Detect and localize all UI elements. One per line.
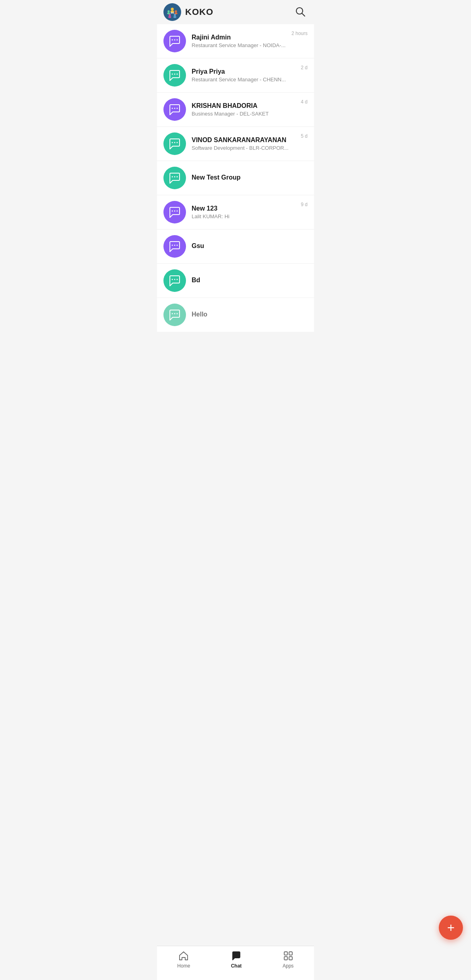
chat-avatar <box>163 167 186 189</box>
chat-info: Priya PriyaRestaurant Service Manager - … <box>192 68 297 83</box>
svg-point-30 <box>174 211 176 212</box>
chat-item[interactable]: VINOD SANKARANARAYANANSoftware Developme… <box>157 127 314 161</box>
app-logo: BN <box>163 3 181 21</box>
svg-point-8 <box>168 16 171 18</box>
chat-item[interactable]: Gsu <box>157 229 314 264</box>
chat-preview: Restaurant Service Manager - NOIDA-... <box>192 42 288 48</box>
svg-point-27 <box>174 176 176 178</box>
svg-line-13 <box>302 13 305 16</box>
chat-item[interactable]: Hello <box>157 298 314 332</box>
search-button[interactable] <box>293 4 308 20</box>
chat-time: 2 d <box>301 65 308 70</box>
chat-info: Bd <box>192 277 308 285</box>
svg-point-10 <box>174 16 176 18</box>
svg-point-22 <box>177 108 178 109</box>
svg-point-7 <box>169 14 171 16</box>
chat-name: Hello <box>192 311 308 318</box>
chat-name: Priya Priya <box>192 68 297 75</box>
chat-avatar <box>163 98 186 121</box>
svg-point-33 <box>174 245 176 246</box>
svg-point-17 <box>172 74 173 75</box>
svg-point-38 <box>172 313 173 314</box>
svg-point-37 <box>177 279 178 280</box>
chat-item[interactable]: Rajini AdminRestaurant Service Manager -… <box>157 24 314 58</box>
svg-point-21 <box>174 108 176 109</box>
chat-avatar <box>163 64 186 87</box>
svg-point-35 <box>172 279 173 280</box>
chat-item[interactable]: New Test Group <box>157 161 314 195</box>
chat-info: Rajini AdminRestaurant Service Manager -… <box>192 34 288 48</box>
svg-point-16 <box>177 39 178 41</box>
chat-item[interactable]: Bd <box>157 264 314 298</box>
chat-info: KRISHAN BHADORIABusiness Manager - DEL-S… <box>192 102 297 117</box>
chat-preview: Business Manager - DEL-SAKET <box>192 111 297 117</box>
svg-point-32 <box>172 245 173 246</box>
chat-avatar <box>163 269 186 292</box>
svg-point-1 <box>171 8 174 10</box>
svg-point-18 <box>174 74 176 75</box>
svg-point-26 <box>172 176 173 178</box>
chat-time: 5 d <box>301 133 308 139</box>
chat-name: VINOD SANKARANARAYANAN <box>192 136 297 144</box>
chat-item[interactable]: New 123Lalit KUMAR: Hi9 d <box>157 195 314 229</box>
svg-point-23 <box>172 142 173 143</box>
chat-name: Rajini Admin <box>192 34 288 41</box>
header-left: BN KOKO <box>163 3 213 21</box>
chat-item[interactable]: Priya PriyaRestaurant Service Manager - … <box>157 58 314 93</box>
chat-avatar <box>163 235 186 258</box>
svg-point-25 <box>177 142 178 143</box>
svg-point-40 <box>177 313 178 314</box>
svg-point-20 <box>172 108 173 109</box>
chat-time: 4 d <box>301 99 308 105</box>
svg-point-31 <box>177 211 178 212</box>
chat-info: VINOD SANKARANARAYANANSoftware Developme… <box>192 136 297 151</box>
chat-name: Gsu <box>192 242 308 250</box>
svg-point-5 <box>175 10 177 12</box>
svg-point-28 <box>177 176 178 178</box>
chat-avatar <box>163 30 186 52</box>
chat-info: Gsu <box>192 242 308 251</box>
chat-time: 2 hours <box>291 31 308 36</box>
chat-info: New 123Lalit KUMAR: Hi <box>192 205 297 219</box>
svg-point-19 <box>177 74 178 75</box>
chat-preview: Lalit KUMAR: Hi <box>192 213 297 219</box>
chat-info: New Test Group <box>192 174 308 182</box>
chat-list: Rajini AdminRestaurant Service Manager -… <box>157 24 314 332</box>
chat-name: New Test Group <box>192 174 308 181</box>
chat-preview: Software Development - BLR-CORPOR... <box>192 145 297 151</box>
chat-time: 9 d <box>301 202 308 207</box>
svg-point-9 <box>174 14 176 16</box>
svg-point-14 <box>172 39 173 41</box>
svg-point-39 <box>174 313 176 314</box>
chat-name: Bd <box>192 277 308 284</box>
svg-text:BN: BN <box>171 12 174 14</box>
chat-preview: Restaurant Service Manager - CHENN... <box>192 76 297 83</box>
chat-name: KRISHAN BHADORIA <box>192 102 297 110</box>
chat-avatar <box>163 132 186 155</box>
chat-info: Hello <box>192 311 308 319</box>
svg-point-24 <box>174 142 176 143</box>
chat-name: New 123 <box>192 205 297 212</box>
svg-point-36 <box>174 279 176 280</box>
svg-point-34 <box>177 245 178 246</box>
chat-avatar <box>163 304 186 326</box>
app-title: KOKO <box>185 7 213 17</box>
chat-item[interactable]: KRISHAN BHADORIABusiness Manager - DEL-S… <box>157 93 314 127</box>
chat-avatar <box>163 201 186 223</box>
svg-point-15 <box>174 39 176 41</box>
header: BN KOKO <box>157 0 314 24</box>
svg-point-29 <box>172 211 173 212</box>
svg-point-3 <box>167 10 169 12</box>
